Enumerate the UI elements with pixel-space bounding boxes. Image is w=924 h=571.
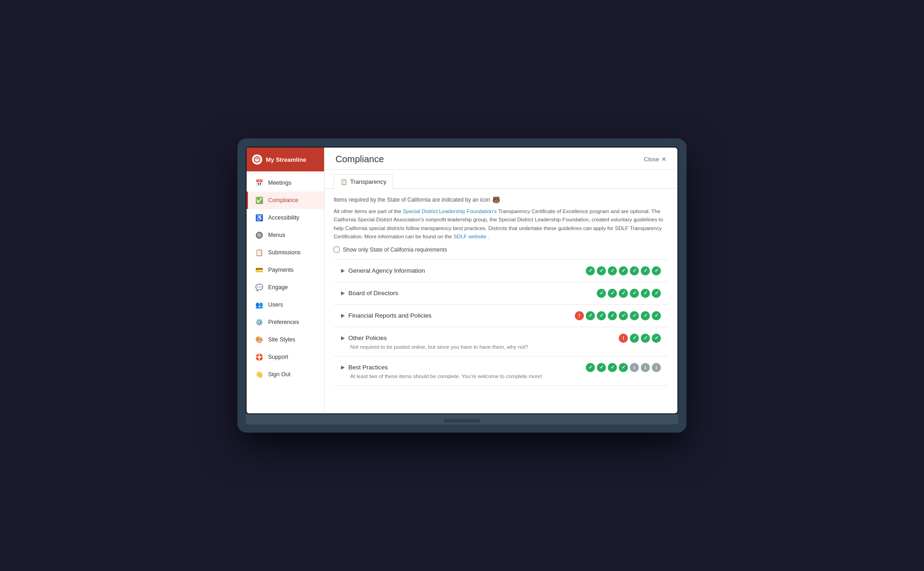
sidebar-item-preferences[interactable]: ⚙️ Preferences xyxy=(247,313,324,331)
accordion-title: Other Policies xyxy=(348,335,387,341)
sidebar-item-accessibility[interactable]: ♿ Accessibility xyxy=(247,209,324,226)
site-styles-icon: 🎨 xyxy=(254,335,264,344)
info-text: Items required by the State of Californi… xyxy=(334,196,668,203)
sidebar-item-sign-out[interactable]: 👋 Sign Out xyxy=(247,366,324,383)
accordion-left: ▶ Other Policies xyxy=(341,335,387,341)
close-button[interactable]: Close ✕ xyxy=(644,156,666,163)
sidebar-nav: 📅 Meetings ✅ Compliance ♿ Accessibility … xyxy=(247,171,324,413)
sidebar: My Streamline 📅 Meetings ✅ Compliance ♿ … xyxy=(247,148,324,413)
status-incomplete: i xyxy=(630,363,639,372)
status-check: ✓ xyxy=(586,363,595,372)
status-check: ✓ xyxy=(619,289,628,298)
status-check: ✓ xyxy=(652,311,661,320)
meetings-icon: 📅 xyxy=(254,178,264,187)
accordion-row-board: ▶ Board of Directors ✓ ✓ ✓ ✓ ✓ xyxy=(334,282,668,305)
accordion-row-best-practices: ▶ Best Practices ✓ ✓ ✓ ✓ i xyxy=(334,357,668,386)
accordion: ▶ General Agency Information ✓ ✓ ✓ ✓ ✓ xyxy=(334,259,668,386)
content-area: Items required by the State of Californi… xyxy=(324,189,677,393)
status-icons-best-practices: ✓ ✓ ✓ ✓ i i i xyxy=(586,363,661,372)
submissions-icon: 📋 xyxy=(254,248,264,257)
california-filter-row: Show only State of California requiremen… xyxy=(334,247,668,253)
status-check: ✓ xyxy=(641,289,650,298)
status-check: ✓ xyxy=(597,266,606,275)
status-icons-board: ✓ ✓ ✓ ✓ ✓ ✓ xyxy=(597,289,661,298)
accordion-header-financial[interactable]: ▶ Financial Reports and Policies ! ✓ ✓ ✓… xyxy=(341,311,661,320)
accordion-header-general-agency[interactable]: ▶ General Agency Information ✓ ✓ ✓ ✓ ✓ xyxy=(341,266,661,275)
status-check: ✓ xyxy=(641,334,650,343)
close-icon: ✕ xyxy=(661,156,666,163)
sdlf-link[interactable]: Special District Leadership Foundation's xyxy=(403,209,497,214)
menus-icon: 🔘 xyxy=(254,231,264,240)
sidebar-header: My Streamline xyxy=(247,148,324,171)
california-filter-label: Show only State of California requiremen… xyxy=(343,247,447,253)
streamline-logo-icon xyxy=(252,154,262,165)
status-warning: ! xyxy=(619,334,628,343)
close-label: Close xyxy=(644,156,659,163)
chevron-right-icon: ▶ xyxy=(341,268,345,274)
california-bear-icon: 🐻 xyxy=(492,196,500,203)
status-check: ✓ xyxy=(608,266,617,275)
chevron-right-icon: ▶ xyxy=(341,313,345,318)
sidebar-item-site-styles[interactable]: 🎨 Site Styles xyxy=(247,331,324,348)
sidebar-item-compliance[interactable]: ✅ Compliance xyxy=(247,192,324,209)
sidebar-item-support[interactable]: 🛟 Support xyxy=(247,348,324,366)
tabs-bar: 📋 Transparency xyxy=(324,170,677,189)
status-check: ✓ xyxy=(619,311,628,320)
svg-point-0 xyxy=(254,157,260,162)
accessibility-icon: ♿ xyxy=(254,213,264,222)
status-check: ✓ xyxy=(586,311,595,320)
status-incomplete: i xyxy=(652,363,661,372)
status-check: ✓ xyxy=(586,266,595,275)
sdlf-website-link[interactable]: SDLF website xyxy=(453,234,486,239)
chevron-right-icon: ▶ xyxy=(341,290,345,296)
status-warning: ! xyxy=(575,311,584,320)
sidebar-app-title: My Streamline xyxy=(266,156,306,163)
chevron-right-icon: ▶ xyxy=(341,364,345,370)
status-icons-financial: ! ✓ ✓ ✓ ✓ ✓ ✓ ✓ xyxy=(575,311,661,320)
status-icons-general: ✓ ✓ ✓ ✓ ✓ ✓ ✓ xyxy=(586,266,661,275)
accordion-left: ▶ Board of Directors xyxy=(341,290,398,296)
accordion-left: ▶ Best Practices xyxy=(341,364,388,371)
accordion-row-other-policies: ▶ Other Policies ! ✓ ✓ ✓ xyxy=(334,327,668,357)
main-header: Compliance Close ✕ xyxy=(324,148,677,170)
accordion-row-financial: ▶ Financial Reports and Policies ! ✓ ✓ ✓… xyxy=(334,305,668,327)
tab-transparency[interactable]: 📋 Transparency xyxy=(334,174,393,189)
status-check: ✓ xyxy=(630,311,639,320)
accordion-left: ▶ General Agency Information xyxy=(341,267,425,274)
best-practices-subtitle: At least two of these items should be co… xyxy=(350,373,661,379)
status-check: ✓ xyxy=(608,363,617,372)
status-check: ✓ xyxy=(652,266,661,275)
accordion-header-board[interactable]: ▶ Board of Directors ✓ ✓ ✓ ✓ ✓ xyxy=(341,289,661,298)
info-paragraph: All other items are part of the Special … xyxy=(334,207,668,241)
status-check: ✓ xyxy=(641,266,650,275)
transparency-tab-label: Transparency xyxy=(350,178,386,185)
accordion-header-other-policies[interactable]: ▶ Other Policies ! ✓ ✓ ✓ xyxy=(341,334,661,343)
accordion-row-general-agency: ▶ General Agency Information ✓ ✓ ✓ ✓ ✓ xyxy=(334,260,668,282)
status-incomplete: i xyxy=(641,363,650,372)
compliance-icon: ✅ xyxy=(254,196,264,205)
status-check: ✓ xyxy=(619,266,628,275)
status-check: ✓ xyxy=(608,311,617,320)
status-check: ✓ xyxy=(641,311,650,320)
california-filter-checkbox[interactable] xyxy=(334,247,340,253)
status-check: ✓ xyxy=(597,289,606,298)
sidebar-item-submissions[interactable]: 📋 Submissions xyxy=(247,244,324,261)
sign-out-icon: 👋 xyxy=(254,370,264,379)
sidebar-item-engage[interactable]: 💬 Engage xyxy=(247,279,324,296)
users-icon: 👥 xyxy=(254,300,264,309)
other-policies-subtitle: Not required to be posted online, but si… xyxy=(350,344,661,350)
sidebar-item-menus[interactable]: 🔘 Menus xyxy=(247,226,324,244)
accordion-header-best-practices[interactable]: ▶ Best Practices ✓ ✓ ✓ ✓ i xyxy=(341,363,661,372)
sidebar-item-payments[interactable]: 💳 Payments xyxy=(247,261,324,279)
support-icon: 🛟 xyxy=(254,352,264,362)
sidebar-item-users[interactable]: 👥 Users xyxy=(247,296,324,313)
transparency-tab-icon: 📋 xyxy=(341,179,347,185)
main-content: Compliance Close ✕ 📋 Transparency xyxy=(324,148,677,413)
status-check: ✓ xyxy=(619,363,628,372)
preferences-icon: ⚙️ xyxy=(254,318,264,327)
chevron-right-icon: ▶ xyxy=(341,335,345,341)
sidebar-item-meetings[interactable]: 📅 Meetings xyxy=(247,174,324,192)
payments-icon: 💳 xyxy=(254,265,264,275)
engage-icon: 💬 xyxy=(254,283,264,292)
status-check: ✓ xyxy=(630,334,639,343)
